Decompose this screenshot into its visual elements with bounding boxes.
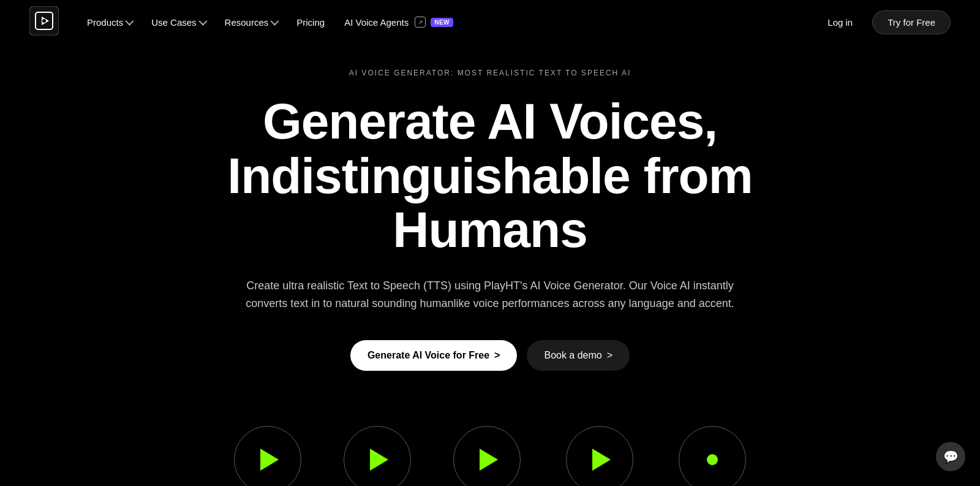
hero-eyebrow: AI VOICE GENERATOR: MOST REALISTIC TEXT … xyxy=(349,69,631,77)
nav-item-resources[interactable]: Resources xyxy=(216,12,286,32)
play-circle xyxy=(566,426,633,486)
chevron-down-icon xyxy=(126,17,134,26)
play-circle xyxy=(234,426,301,486)
logo[interactable] xyxy=(29,6,78,38)
hero-title: Generate AI Voices, Indistinguishable fr… xyxy=(153,94,827,257)
nav-item-pricing[interactable]: Pricing xyxy=(288,12,333,32)
play-circle xyxy=(453,426,521,486)
use-case-item[interactable]: Voice your Characters xyxy=(563,426,636,486)
nav-right: Log in Try for Free xyxy=(818,10,951,34)
chat-bubble-button[interactable]: 💬 xyxy=(936,442,965,471)
arrow-icon: > xyxy=(607,350,612,361)
play-icon xyxy=(592,449,611,471)
nav-links: Products Use Cases Resources Pricing AI … xyxy=(78,12,818,32)
try-free-button[interactable]: Try for Free xyxy=(872,10,951,34)
use-case-item[interactable]: Create Custom AI Voices xyxy=(676,426,749,486)
play-icon xyxy=(370,449,388,471)
dot-icon xyxy=(707,454,718,465)
login-button[interactable]: Log in xyxy=(818,12,862,32)
use-case-item[interactable]: Voice Your Conversational AI xyxy=(231,426,304,486)
hero-section: AI VOICE GENERATOR: MOST REALISTIC TEXT … xyxy=(0,44,980,426)
nav-item-usecases[interactable]: Use Cases xyxy=(143,12,213,32)
navbar: Products Use Cases Resources Pricing AI … xyxy=(0,0,980,44)
chevron-down-icon xyxy=(198,17,207,26)
hero-subtitle: Create ultra realistic Text to Speech (T… xyxy=(227,277,753,313)
nav-item-products[interactable]: Products xyxy=(78,12,140,32)
hero-buttons: Generate AI Voice for Free > Book a demo… xyxy=(350,340,630,371)
use-case-item[interactable]: Narrate Your Stories xyxy=(450,426,524,486)
play-circle xyxy=(344,426,411,486)
generate-voice-button[interactable]: Generate AI Voice for Free > xyxy=(350,340,518,371)
nav-item-ai-voice-agents[interactable]: AI Voice Agents ↗ NEW xyxy=(336,12,462,32)
use-cases-section: Voice Your Conversational AIVoice Your v… xyxy=(0,426,980,486)
new-badge: NEW xyxy=(431,18,453,27)
chat-icon: 💬 xyxy=(943,449,959,464)
play-icon xyxy=(480,449,498,471)
book-demo-button[interactable]: Book a demo > xyxy=(527,340,630,371)
svg-point-3 xyxy=(42,19,46,23)
chevron-down-icon xyxy=(271,17,279,26)
use-case-item[interactable]: Voice Your videos xyxy=(344,426,412,486)
external-link-icon: ↗ xyxy=(415,17,426,28)
play-icon xyxy=(260,449,279,471)
play-circle xyxy=(679,426,746,486)
arrow-icon: > xyxy=(494,350,500,361)
